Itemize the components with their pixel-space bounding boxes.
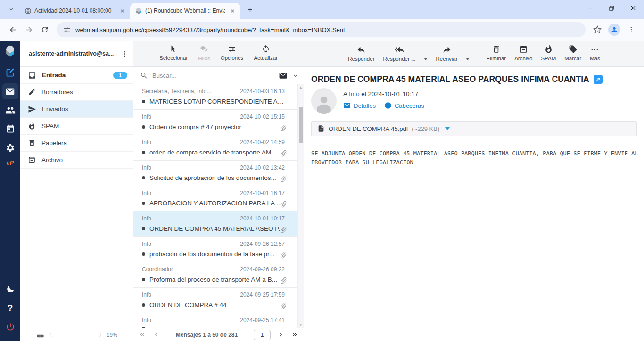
list-scrollbar[interactable]: ▲ ▼ (297, 84, 304, 328)
folder-spam[interactable]: SPAM (20, 118, 133, 135)
message-row[interactable]: Info 2024-09-26 12:57 probación de los d… (133, 237, 304, 262)
select-button[interactable]: Seleccionar (158, 45, 189, 61)
browser-tab-activity[interactable]: Actividad 2024-10-01 08:00:00 (20, 3, 130, 19)
message-row[interactable]: Info 2024-10-02 13:42 Solicitud de aprob… (133, 161, 304, 186)
mark-button[interactable]: Marcar (563, 45, 582, 61)
help-button[interactable]: ? (2, 300, 18, 316)
cpanel-logo[interactable]: cP (7, 159, 14, 166)
browser-menu-icon[interactable] (623, 22, 639, 38)
unread-dot[interactable] (142, 303, 145, 307)
message-row[interactable]: Info 2024-10-01 16:17 APROBACION Y AUTOR… (133, 186, 304, 211)
message-row[interactable]: Coordinador 2024-09-26 09:22 Proforma de… (133, 262, 304, 288)
message-row[interactable]: Info 2024-09-25 17:59 ORDEN DE COMPRA # … (133, 288, 304, 313)
tab-search-button[interactable] (5, 3, 18, 16)
restore-button[interactable] (601, 0, 622, 16)
contacts-nav-button[interactable] (2, 102, 18, 118)
address-bar[interactable]: webmail.sanjuan.gob.ec/cpsess8592294337/… (57, 22, 586, 37)
headers-button[interactable]: Cabeceras (384, 102, 424, 109)
prev-page-button[interactable] (153, 331, 160, 338)
settings-nav-button[interactable] (2, 140, 18, 156)
scroll-up-icon[interactable]: ▲ (298, 84, 304, 90)
attachment-dropdown-icon[interactable] (445, 127, 450, 130)
search-options-chevron-icon[interactable] (292, 72, 299, 79)
folder-trash[interactable]: Papelera (20, 135, 133, 152)
forward-dropdown-icon[interactable] (466, 58, 470, 60)
forward-button[interactable]: Reenviar (435, 45, 459, 62)
archive-button[interactable]: Archivo (513, 45, 533, 61)
unread-dot[interactable] (142, 252, 145, 256)
new-tab-button[interactable] (243, 3, 256, 16)
calendar-nav-button[interactable] (2, 121, 18, 137)
message-row[interactable]: Info 2024-10-01 10:17 ORDEN DE COMPRA 45… (133, 211, 304, 237)
message-row[interactable]: Info 2024-09-25 17:41 (133, 313, 304, 328)
reply-icon (356, 45, 366, 54)
next-page-button[interactable] (277, 331, 284, 338)
unread-dot[interactable] (142, 176, 145, 179)
more-button[interactable]: Más (589, 45, 601, 61)
button-label: Responder (348, 56, 374, 62)
options-button[interactable]: Opciones (220, 45, 245, 61)
envelope-icon (343, 102, 351, 109)
unread-dot[interactable] (142, 202, 145, 205)
message-from: Coordinador (142, 266, 173, 273)
page-number-input[interactable] (254, 330, 271, 340)
search-input[interactable] (152, 72, 274, 79)
folder-drafts[interactable]: Borradores (20, 84, 133, 101)
unread-dot[interactable] (142, 227, 145, 230)
reply-all-button[interactable]: Responder ... (382, 45, 417, 62)
message-row[interactable]: Secretaria, Tesoreria, Info... 2024-10-0… (133, 84, 304, 110)
folder-sent[interactable]: Enviados (20, 101, 133, 118)
message-date: 2024-10-02 13:42 (240, 164, 285, 171)
refresh-button[interactable]: Actualizar (253, 45, 279, 61)
pdf-file-icon (317, 125, 325, 132)
minimize-button[interactable] (579, 0, 601, 16)
message-row[interactable]: Info 2024-10-02 14:59 orden de compra se… (133, 135, 304, 161)
threads-button[interactable]: Hilos (197, 45, 211, 61)
attachment-name[interactable]: ORDEN DE COMPRA 45.pdf (329, 125, 408, 132)
search-scope-mail-icon[interactable] (279, 71, 288, 80)
spam-button[interactable]: SPAM (540, 45, 557, 61)
open-in-new-window-button[interactable] (594, 75, 603, 84)
close-tab-icon[interactable] (118, 7, 126, 15)
folder-label: Archivo (41, 156, 63, 163)
message-row[interactable]: Info 2024-10-02 15:15 Orden de compra # … (133, 110, 304, 135)
folder-inbox[interactable]: Entrada 1 (20, 67, 133, 84)
first-page-button[interactable] (139, 331, 146, 338)
unread-dot[interactable] (142, 100, 145, 103)
scrollbar-thumb[interactable] (299, 107, 303, 143)
plus-icon (247, 6, 254, 13)
scroll-down-icon[interactable]: ▼ (298, 322, 304, 328)
unread-dot[interactable] (142, 278, 145, 281)
account-menu-icon[interactable] (119, 48, 130, 59)
site-permissions-icon[interactable] (63, 26, 71, 33)
details-button[interactable]: Detalles (343, 102, 376, 109)
attachment-bar[interactable]: ORDEN DE COMPRA 45.pdf (~229 KB) (311, 121, 637, 136)
forward-button[interactable] (21, 22, 37, 38)
unread-dot[interactable] (142, 125, 145, 129)
profile-avatar[interactable] (608, 24, 620, 36)
reply-all-dropdown-icon[interactable] (424, 58, 428, 60)
logout-button[interactable] (2, 319, 18, 335)
reply-button[interactable]: Responder (347, 45, 375, 62)
message-subject: orden de compra servicio de transporte A… (149, 149, 276, 156)
dark-mode-button[interactable] (2, 281, 18, 297)
bookmark-star-icon[interactable] (589, 22, 605, 38)
folder-archive[interactable]: Archivo (20, 152, 133, 169)
back-button[interactable] (5, 22, 21, 38)
quota-progress-track (50, 333, 101, 337)
button-label: Actualizar (254, 55, 278, 61)
unread-dot[interactable] (142, 151, 145, 154)
recipient-link[interactable]: Info (349, 90, 360, 97)
reload-button[interactable] (37, 22, 53, 38)
unread-dot[interactable] (142, 327, 145, 328)
delete-button[interactable]: Eliminar (486, 45, 507, 61)
close-window-button[interactable] (622, 0, 644, 16)
browser-tab-roundcube[interactable]: (1) Roundcube Webmail :: Envia (130, 3, 240, 19)
folder-list: Entrada 1 Borradores Enviados SPAM Papel… (20, 67, 133, 328)
mail-nav-button[interactable] (2, 83, 18, 99)
message-subject: Orden de compra # 47 proyector (149, 123, 241, 130)
trash-icon (28, 139, 36, 147)
compose-button[interactable] (2, 65, 18, 81)
close-tab-icon[interactable] (228, 7, 237, 15)
last-page-button[interactable] (291, 331, 298, 338)
